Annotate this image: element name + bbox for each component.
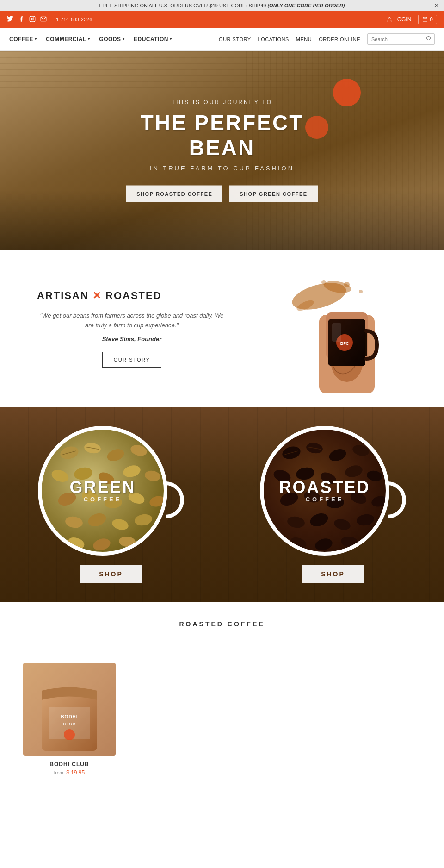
nav-goods[interactable]: GOODS ▾ xyxy=(99,36,124,43)
artisan-text: ARTISAN ✕ ROASTED "We get our beans from… xyxy=(37,290,245,368)
price-value: $ 19.95 xyxy=(66,769,85,776)
email-icon[interactable] xyxy=(40,16,47,24)
svg-line-7 xyxy=(430,39,431,40)
svg-point-2 xyxy=(33,17,34,18)
hero-subtitle: THIS IS OUR JOURNEY TO xyxy=(111,99,333,106)
announcement-text: FREE SHIPPING ON ALL U.S. ORDERS OVER $4… xyxy=(99,3,345,8)
svg-text:CLUB: CLUB xyxy=(63,722,76,726)
roasted-cup-label: ROASTED xyxy=(279,479,370,496)
search-bar[interactable] xyxy=(367,33,435,45)
svg-point-1 xyxy=(31,18,34,20)
svg-point-62 xyxy=(333,518,352,532)
svg-point-40 xyxy=(134,513,153,527)
green-cup-sublabel: COFFEE xyxy=(84,496,122,503)
svg-point-65 xyxy=(314,537,334,552)
nav-education[interactable]: EDUCATION ▾ xyxy=(134,36,172,43)
cup-handle-roasted xyxy=(388,481,406,518)
roasted-section-title: ROASTED COFFEE xyxy=(9,620,435,635)
search-input[interactable] xyxy=(368,35,423,44)
svg-point-49 xyxy=(352,443,370,458)
svg-point-38 xyxy=(86,511,108,529)
svg-rect-22 xyxy=(332,323,341,342)
login-button[interactable]: LOGIN xyxy=(387,16,411,23)
search-icon[interactable] xyxy=(423,34,434,44)
svg-point-74 xyxy=(64,729,75,740)
coffee-cups-section: GREEN COFFEE SHOP xyxy=(0,407,444,602)
svg-point-53 xyxy=(344,463,364,479)
chevron-down-icon: ▾ xyxy=(123,37,125,41)
svg-point-60 xyxy=(286,515,306,529)
artisan-founder: Steve Sims, Founder xyxy=(37,336,227,343)
price-from-label: from xyxy=(54,770,63,775)
green-cup-circle: GREEN COFFEE xyxy=(38,426,167,556)
nav-commercial[interactable]: COMMERCIAL ▾ xyxy=(46,36,90,43)
svg-rect-0 xyxy=(30,16,35,22)
svg-point-66 xyxy=(340,536,358,547)
nav-our-story[interactable]: OUR STORY xyxy=(219,37,251,42)
cup-container: GREEN COFFEE SHOP xyxy=(0,407,444,602)
our-story-button[interactable]: OUR STORY xyxy=(102,352,162,368)
artisan-heading: ARTISAN ✕ ROASTED xyxy=(37,290,227,302)
svg-point-64 xyxy=(289,536,308,551)
svg-point-41 xyxy=(67,536,86,551)
svg-point-37 xyxy=(64,515,84,529)
coffee-splash-visual: BFC xyxy=(245,278,407,393)
shop-green-button[interactable]: SHOP xyxy=(80,565,142,583)
shop-roasted-button-2[interactable]: SHOP xyxy=(302,565,364,583)
svg-point-6 xyxy=(427,37,431,40)
product-name: BODHI CLUB xyxy=(23,761,116,768)
list-item: BODHI CLUB BODHI CLUB from $ 19.95 xyxy=(23,663,116,776)
nav-order-online[interactable]: ORDER ONLINE xyxy=(319,37,360,42)
svg-point-12 xyxy=(359,290,363,293)
product-price: from $ 19.95 xyxy=(23,769,116,776)
svg-point-61 xyxy=(308,511,330,529)
hero-content: THIS IS OUR JOURNEY TO THE PERFECT BEAN … xyxy=(111,99,333,202)
nav-coffee[interactable]: COFFEE ▾ xyxy=(9,36,37,43)
product-bag-visual: BODHI CLUB xyxy=(23,663,116,756)
cart-button[interactable]: 0 xyxy=(418,15,437,24)
chevron-down-icon: ▾ xyxy=(35,37,37,41)
svg-point-43 xyxy=(118,536,136,547)
svg-text:BODHI: BODHI xyxy=(61,714,78,719)
hero-title: THE PERFECT BEAN xyxy=(111,110,333,160)
roasted-coffee-half: ROASTED COFFEE SHOP xyxy=(222,407,444,602)
svg-point-25 xyxy=(105,447,126,463)
roasted-cup-sublabel: COFFEE xyxy=(306,496,344,503)
instagram-icon[interactable] xyxy=(29,16,36,24)
phone-number: 1-714-633-2326 xyxy=(56,17,92,22)
nav-locations[interactable]: LOCATIONS xyxy=(258,37,289,42)
roasted-section: ROASTED COFFEE xyxy=(0,602,444,658)
svg-point-27 xyxy=(50,468,70,484)
svg-point-42 xyxy=(92,537,112,552)
green-coffee-half: GREEN COFFEE SHOP xyxy=(0,407,222,602)
nav-left: COFFEE ▾ COMMERCIAL ▾ GOODS ▾ EDUCATION … xyxy=(9,36,172,43)
shop-roasted-button[interactable]: SHOP ROASTED COFFEE xyxy=(126,186,222,202)
close-icon[interactable]: ✕ xyxy=(434,2,439,9)
svg-point-11 xyxy=(344,282,350,287)
hero-tagline: IN TRUE FARM TO CUP FASHION xyxy=(111,165,333,172)
chevron-down-icon: ▾ xyxy=(88,37,90,41)
svg-point-59 xyxy=(370,494,388,508)
artisan-quote: "We get our beans from farmers across th… xyxy=(37,311,227,331)
top-right: LOGIN 0 xyxy=(387,15,437,24)
nav-menu[interactable]: MENU xyxy=(296,37,312,42)
nav-right: OUR STORY LOCATIONS MENU ORDER ONLINE xyxy=(219,33,435,45)
shop-green-button[interactable]: SHOP GREEN COFFEE xyxy=(229,186,317,202)
x-symbol: ✕ xyxy=(92,290,102,301)
hero-buttons: SHOP ROASTED COFFEE SHOP GREEN COFFEE xyxy=(111,186,333,202)
twitter-icon[interactable] xyxy=(7,16,13,24)
hero-section: THIS IS OUR JOURNEY TO THE PERFECT BEAN … xyxy=(0,51,444,250)
roasted-cup-circle: ROASTED COFFEE xyxy=(260,426,389,556)
product-grid: BODHI CLUB BODHI CLUB from $ 19.95 xyxy=(0,658,444,868)
roasted-cup: ROASTED COFFEE xyxy=(260,426,406,556)
social-icons: 1-714-633-2326 xyxy=(7,16,92,24)
svg-point-26 xyxy=(130,443,148,458)
chevron-down-icon: ▾ xyxy=(170,37,172,41)
green-cup: GREEN COFFEE xyxy=(38,426,184,556)
facebook-icon[interactable] xyxy=(18,16,25,24)
cup-handle-green xyxy=(166,481,184,518)
artisan-section: ARTISAN ✕ ROASTED "We get our beans from… xyxy=(0,250,444,407)
product-image: BODHI CLUB xyxy=(23,663,116,756)
svg-point-36 xyxy=(148,494,166,508)
svg-point-30 xyxy=(122,463,142,479)
